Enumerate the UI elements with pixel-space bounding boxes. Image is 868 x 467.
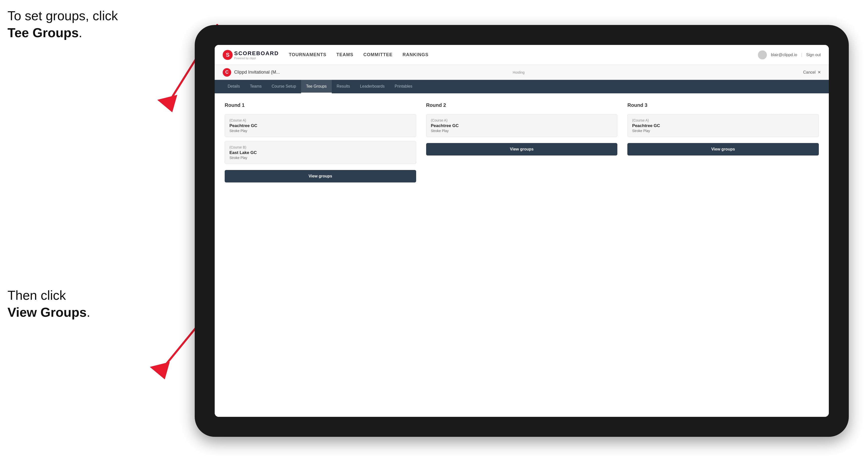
tournament-logo-icon: C <box>223 68 231 76</box>
instruction-bottom-bold: View Groups <box>7 305 87 319</box>
tablet-screen: S SCOREBOARD Powered by clippt TOURNAMEN… <box>215 45 829 417</box>
instruction-top: To set groups, click Tee Groups. <box>7 7 118 41</box>
scoreboard-logo-icon: S <box>223 50 232 60</box>
rounds-grid: Round 1 (Course A) Peachtree GC Stroke P… <box>225 102 819 183</box>
tablet-frame: S SCOREBOARD Powered by clippt TOURNAMEN… <box>195 25 849 437</box>
round-2-course-a-label: (Course A) <box>431 118 613 122</box>
instruction-top-line1: To set groups, click <box>7 8 118 23</box>
round-3-course-a-label: (Course A) <box>632 118 814 122</box>
nav-links: TOURNAMENTS TEAMS COMMITTEE RANKINGS <box>289 50 758 59</box>
tab-printables[interactable]: Printables <box>390 80 417 93</box>
round-2-course-a-type: Stroke Play <box>431 129 613 133</box>
tab-bar: Details Teams Course Setup Tee Groups Re… <box>215 80 829 93</box>
round-1-course-b-type: Stroke Play <box>229 156 411 160</box>
logo-area: S SCOREBOARD Powered by clippt <box>223 50 279 60</box>
instruction-bottom-period: . <box>87 305 90 319</box>
round-3-column: Round 3 (Course A) Peachtree GC Stroke P… <box>627 102 819 183</box>
round-1-course-a-name: Peachtree GC <box>229 123 411 128</box>
round-1-course-a-card: (Course A) Peachtree GC Stroke Play <box>225 114 416 137</box>
round-3-course-a-type: Stroke Play <box>632 129 814 133</box>
round-1-title: Round 1 <box>225 102 416 108</box>
round-2-title: Round 2 <box>426 102 618 108</box>
tab-leaderboards[interactable]: Leaderboards <box>355 80 390 93</box>
round-1-course-b-card: (Course B) East Lake GC Stroke Play <box>225 141 416 164</box>
sub-header: C Clippd Invitational (M... Hosting Canc… <box>215 65 829 80</box>
logo-sub-text: Powered by clippt <box>234 57 279 60</box>
round-1-view-groups-button[interactable]: View groups <box>225 170 416 183</box>
nav-right: blair@clippd.io | Sign out <box>758 51 821 59</box>
round-3-title: Round 3 <box>627 102 819 108</box>
instruction-bottom-line1: Then click <box>7 288 66 303</box>
round-3-course-a-card: (Course A) Peachtree GC Stroke Play <box>627 114 819 137</box>
instruction-bottom: Then click View Groups. <box>7 287 90 321</box>
main-content: Round 1 (Course A) Peachtree GC Stroke P… <box>215 93 829 417</box>
top-nav: S SCOREBOARD Powered by clippt TOURNAMEN… <box>215 45 829 65</box>
instruction-top-period: . <box>79 26 82 40</box>
nav-committee[interactable]: COMMITTEE <box>364 50 393 59</box>
tab-teams[interactable]: Teams <box>245 80 267 93</box>
round-2-view-groups-button[interactable]: View groups <box>426 143 618 156</box>
round-3-course-a-name: Peachtree GC <box>632 123 814 128</box>
tournament-name: Clippd Invitational (M... <box>234 70 513 75</box>
round-1-course-a-label: (Course A) <box>229 118 411 122</box>
logo-main-text: SCOREBOARD <box>234 50 279 57</box>
cancel-x-icon: ✕ <box>817 70 821 74</box>
round-2-column: Round 2 (Course A) Peachtree GC Stroke P… <box>426 102 618 183</box>
hosting-badge: Hosting <box>513 70 525 74</box>
nav-tournaments[interactable]: TOURNAMENTS <box>289 50 327 59</box>
round-2-course-a-card: (Course A) Peachtree GC Stroke Play <box>426 114 618 137</box>
tab-course-setup[interactable]: Course Setup <box>267 80 301 93</box>
svg-marker-3 <box>150 362 170 379</box>
tab-tee-groups[interactable]: Tee Groups <box>301 80 332 93</box>
round-3-view-groups-button[interactable]: View groups <box>627 143 819 156</box>
tab-results[interactable]: Results <box>332 80 355 93</box>
round-2-course-a-name: Peachtree GC <box>431 123 613 128</box>
user-avatar <box>758 51 767 59</box>
tab-details[interactable]: Details <box>223 80 245 93</box>
round-1-course-b-label: (Course B) <box>229 145 411 149</box>
instruction-top-bold: Tee Groups <box>7 26 79 40</box>
sign-out-link[interactable]: Sign out <box>806 53 821 57</box>
round-1-course-a-type: Stroke Play <box>229 129 411 133</box>
cancel-button[interactable]: Cancel ✕ <box>803 70 821 74</box>
nav-teams[interactable]: TEAMS <box>337 50 353 59</box>
round-1-course-b-name: East Lake GC <box>229 150 411 155</box>
user-email: blair@clippd.io <box>771 53 797 57</box>
logo-text: SCOREBOARD Powered by clippt <box>234 50 279 60</box>
round-1-column: Round 1 (Course A) Peachtree GC Stroke P… <box>225 102 416 183</box>
nav-rankings[interactable]: RANKINGS <box>403 50 429 59</box>
svg-marker-1 <box>157 95 177 112</box>
